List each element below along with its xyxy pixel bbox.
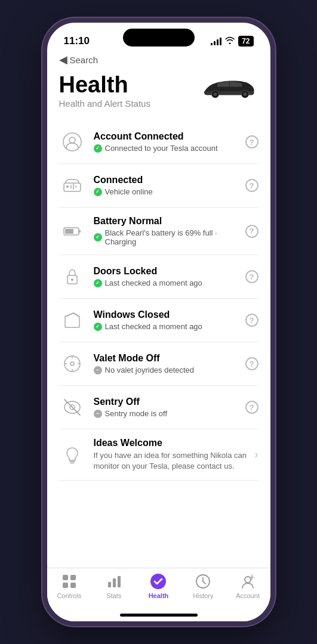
svg-rect-34: [118, 576, 121, 587]
health-item-ideas[interactable]: Ideas Welcome If you have an idea for so…: [59, 429, 258, 481]
valet-status-dot: [94, 366, 102, 374]
tab-history[interactable]: History: [181, 573, 226, 599]
ideas-title: Ideas Welcome: [94, 438, 250, 448]
svg-rect-14: [65, 229, 73, 234]
doors-status-text: Last checked a moment ago: [105, 278, 202, 287]
health-item-doors[interactable]: Doors Locked Last checked a moment ago ?: [59, 255, 258, 299]
controls-tab-icon: [61, 573, 78, 590]
account-title: Account Connected: [94, 131, 239, 142]
account-content: Account Connected Connected to your Tesl…: [94, 131, 239, 153]
doors-icon: [59, 264, 85, 290]
windows-status: Last checked a moment ago: [94, 322, 239, 331]
tab-stats[interactable]: Stats: [91, 573, 136, 599]
doors-status: Last checked a moment ago: [94, 278, 239, 287]
svg-point-18: [70, 362, 74, 366]
connected-help-button[interactable]: ?: [245, 179, 258, 192]
battery-icon: [59, 218, 85, 244]
history-tab-icon: [195, 573, 211, 590]
ideas-icon: [59, 442, 85, 468]
health-item-sentry[interactable]: Sentry Off Sentry mode is off ?: [59, 386, 258, 429]
health-item-connected[interactable]: Connected Vehicle online ?: [59, 164, 258, 208]
dynamic-island: [123, 29, 195, 47]
valet-content: Valet Mode Off No valet joyrides detecte…: [94, 353, 239, 374]
windows-status-text: Last checked a moment ago: [105, 322, 202, 331]
car-image: [193, 69, 258, 103]
svg-rect-32: [108, 582, 111, 587]
battery-status-text: Black Pearl's battery is 69% full · Char…: [105, 228, 239, 246]
stats-tab-icon: [106, 573, 122, 590]
controls-tab-label: Controls: [57, 592, 81, 599]
account-tab-label: Account: [236, 592, 260, 599]
doors-help-button[interactable]: ?: [245, 270, 258, 283]
valet-help-button[interactable]: ?: [245, 357, 258, 370]
account-status: Connected to your Tesla account: [94, 144, 239, 153]
back-button[interactable]: ◀ Search: [59, 54, 99, 66]
svg-line-25: [64, 400, 80, 415]
doors-content: Doors Locked Last checked a moment ago: [94, 266, 239, 287]
health-list: Account Connected Connected to your Tesl…: [59, 120, 258, 481]
tab-controls[interactable]: Controls: [47, 573, 92, 599]
sentry-help-button[interactable]: ?: [245, 401, 258, 414]
account-status-dot: [94, 144, 102, 153]
svg-point-16: [71, 278, 73, 281]
page-header: Health Health and Alert Status: [59, 69, 258, 111]
svg-rect-29: [70, 575, 76, 580]
health-item-valet[interactable]: Valet Mode Off No valet joyrides detecte…: [59, 342, 258, 386]
svg-point-1: [213, 92, 217, 96]
windows-title: Windows Closed: [94, 309, 239, 320]
battery-title: Battery Normal: [94, 216, 239, 227]
svg-point-8: [66, 185, 69, 188]
valet-title: Valet Mode Off: [94, 353, 239, 364]
tab-health[interactable]: Health: [136, 573, 181, 599]
wifi-icon: [225, 36, 235, 46]
back-navigation[interactable]: ◀ Search: [47, 51, 270, 69]
svg-line-38: [203, 581, 205, 584]
account-help-button[interactable]: ?: [245, 135, 258, 148]
ideas-chevron-icon: ›: [255, 448, 258, 461]
main-content: Health Health and Alert Status: [47, 69, 270, 584]
windows-status-dot: [94, 323, 102, 331]
account-icon: [59, 129, 85, 155]
account-tab-icon: [239, 573, 256, 590]
windows-content: Windows Closed Last checked a moment ago: [94, 309, 239, 331]
svg-point-3: [243, 92, 247, 96]
battery-content: Battery Normal Black Pearl's battery is …: [94, 216, 239, 246]
back-label: Search: [70, 55, 99, 65]
svg-rect-31: [70, 583, 76, 588]
windows-icon: [59, 307, 85, 333]
stats-tab-label: Stats: [106, 592, 121, 599]
ideas-description: If you have an idea for something Nikola…: [94, 450, 250, 472]
health-item-windows[interactable]: Windows Closed Last checked a moment ago…: [59, 299, 258, 342]
svg-rect-30: [63, 583, 68, 588]
page-subtitle: Health and Alert Status: [59, 98, 150, 109]
status-icons: 72: [211, 36, 253, 47]
tab-account[interactable]: Account: [226, 573, 270, 599]
signal-icon: [211, 37, 221, 45]
windows-help-button[interactable]: ?: [245, 314, 258, 327]
doors-title: Doors Locked: [94, 266, 239, 277]
health-item-account[interactable]: Account Connected Connected to your Tesl…: [59, 120, 258, 164]
ideas-content: Ideas Welcome If you have an idea for so…: [94, 438, 250, 472]
svg-rect-33: [113, 578, 116, 587]
connected-status-text: Vehicle online: [105, 187, 153, 196]
sentry-status: Sentry mode is off: [94, 409, 239, 418]
connected-icon: [59, 172, 85, 199]
phone-frame: 11:10 72 ◀ Search: [42, 18, 275, 626]
svg-point-6: [69, 137, 75, 143]
page-title: Health: [59, 73, 150, 96]
battery-help-button[interactable]: ?: [245, 225, 258, 238]
back-chevron-icon: ◀: [59, 53, 67, 66]
svg-rect-7: [64, 183, 81, 191]
battery-status: Black Pearl's battery is 69% full · Char…: [94, 228, 239, 246]
sentry-status-dot: [94, 410, 102, 418]
home-indicator: [120, 614, 198, 617]
connected-status-dot: [94, 188, 102, 196]
connected-status: Vehicle online: [94, 187, 239, 196]
battery-status-dot: [94, 233, 102, 242]
svg-rect-28: [63, 575, 68, 580]
health-item-battery[interactable]: Battery Normal Black Pearl's battery is …: [59, 208, 258, 255]
battery-indicator: 72: [238, 36, 253, 47]
status-time: 11:10: [64, 35, 90, 47]
health-tab-icon: [150, 573, 167, 590]
connected-content: Connected Vehicle online: [94, 175, 239, 196]
